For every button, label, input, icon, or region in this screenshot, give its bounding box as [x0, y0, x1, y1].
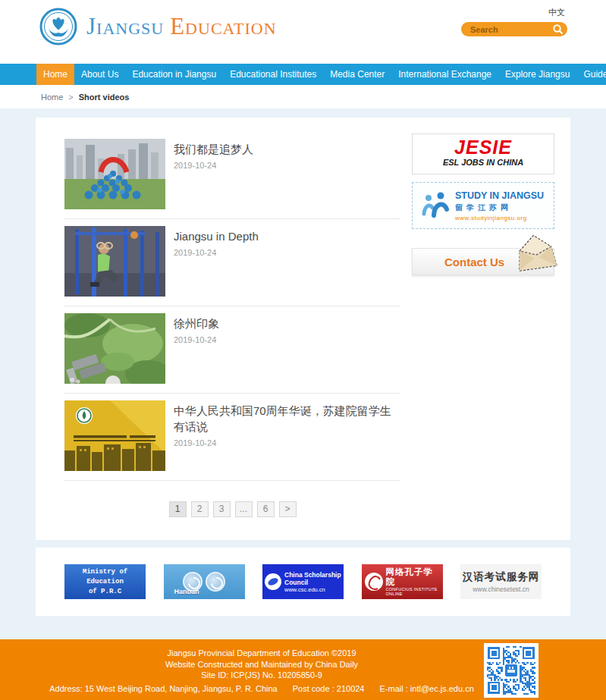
video-date: 2019-10-24 — [174, 335, 219, 344]
footer-email: E-mail : intl@ec.js.edu.cn — [379, 684, 473, 693]
partner-china-scholarship-council[interactable]: China Scholarship Council www.csc.edu.cn — [262, 564, 344, 599]
video-title[interactable]: Jiangsu in Depth — [174, 228, 259, 244]
main-content: 我们都是追梦人 2019-10-24 — [36, 118, 570, 540]
video-date: 2019-10-24 — [174, 438, 400, 447]
main-nav: Home About Us Education in Jiangsu Educa… — [0, 64, 606, 85]
footer-site-id: Site ID: ICP(JS) No. 10205850-9 — [0, 670, 523, 681]
video-list-item[interactable]: 徐州印象 2019-10-24 — [64, 313, 400, 394]
breadcrumb: Home > Short videos — [0, 85, 606, 108]
breadcrumb-home-link[interactable]: Home — [41, 93, 63, 102]
nav-item-about-us[interactable]: About Us — [74, 64, 125, 85]
search-box[interactable] — [461, 22, 567, 36]
nav-item-media-center[interactable]: Media Center — [323, 64, 391, 85]
study-in-jiangsu-title: STUDY IN JIANGSU — [455, 190, 544, 201]
csc-globe-icon — [265, 573, 281, 590]
study-in-jiangsu-logo-icon — [420, 191, 451, 220]
video-title[interactable]: 中华人民共和国70周年华诞，苏建院留学生有话说 — [174, 403, 400, 435]
video-date: 2019-10-24 — [174, 161, 253, 170]
video-date: 2019-10-24 — [174, 248, 259, 257]
page-button-1[interactable]: 1 — [169, 501, 187, 517]
video-thumbnail-dreamchasers[interactable] — [64, 139, 165, 209]
lotus-logo-icon — [39, 8, 77, 46]
footer-maintainer: Website Constructed and Maintained by Ch… — [0, 659, 523, 670]
breadcrumb-separator: > — [68, 93, 73, 102]
nav-item-international-exchange[interactable]: International Exchange — [391, 64, 498, 85]
partner-hanban[interactable]: Hanban — [164, 564, 245, 599]
jesie-caption: ESL JOBS IN CHINA — [413, 158, 554, 167]
nav-item-education-in-jiangsu[interactable]: Education in Jiangsu — [125, 64, 223, 85]
video-list-item[interactable]: 我们都是追梦人 2019-10-24 — [64, 139, 400, 219]
breadcrumb-current: Short videos — [79, 93, 130, 102]
page-button-2[interactable]: 2 — [191, 501, 209, 517]
language-switch-link[interactable]: 中文 — [548, 7, 565, 18]
nav-item-educational-institutes[interactable]: Educational Institutes — [223, 64, 323, 85]
jesie-banner[interactable]: JESIE ESL JOBS IN CHINA — [412, 133, 554, 174]
page-button-3[interactable]: 3 — [213, 501, 231, 517]
partner-links: Ministry of Education of P.R.C Hanban Ch… — [36, 548, 570, 616]
site-logo[interactable]: JiangsuEducation — [39, 8, 277, 46]
partner-ministry-of-education[interactable]: Ministry of Education of P.R.C — [64, 564, 146, 599]
qr-code — [484, 643, 538, 698]
partner-confucius-institute-online[interactable]: 网络孔子学院 CONFUCIUS INSTITUTE ONLINE — [362, 564, 443, 599]
video-list: 我们都是追梦人 2019-10-24 — [64, 118, 400, 540]
nav-item-home[interactable]: Home — [36, 64, 74, 85]
video-thumbnail-xuzhou[interactable] — [64, 313, 165, 384]
nav-item-guide[interactable]: Guide — [576, 64, 606, 85]
video-title[interactable]: 我们都是追梦人 — [174, 141, 253, 157]
video-list-item[interactable]: 中华人民共和国70周年华诞，苏建院留学生有话说 2019-10-24 — [64, 400, 400, 481]
video-thumbnail-jiangsu-in-depth[interactable] — [64, 226, 165, 297]
page-button-6[interactable]: 6 — [257, 501, 275, 517]
footer-address: Address: 15 West Beijing Road, Nanjing, … — [49, 684, 277, 693]
jesie-logo: JESIE — [413, 137, 554, 158]
search-icon[interactable] — [552, 24, 564, 35]
confucius-institute-seal-icon — [365, 573, 383, 591]
site-header: JiangsuEducation 中文 — [0, 0, 606, 64]
footer-postcode: Post code : 210024 — [293, 684, 365, 693]
footer-copyright: Jiangsu Provincial Department of Educati… — [0, 648, 523, 659]
video-title[interactable]: 徐州印象 — [174, 315, 219, 331]
search-input[interactable] — [470, 25, 552, 34]
site-title: JiangsuEducation — [86, 13, 277, 40]
page-next-button[interactable]: > — [279, 501, 297, 517]
video-list-item[interactable]: Jiangsu in Depth 2019-10-24 — [64, 226, 400, 306]
page-footer: Jiangsu Provincial Department of Educati… — [0, 639, 606, 700]
contact-us-button[interactable]: Contact Us — [412, 248, 554, 275]
study-in-jiangsu-subtitle: 留学江苏网 — [455, 202, 544, 213]
video-thumbnail-70th-anniversary[interactable] — [64, 400, 165, 471]
envelope-icon — [511, 232, 561, 272]
page-ellipsis: ... — [235, 501, 253, 517]
hanban-seal-icon — [206, 572, 225, 592]
study-in-jiangsu-url: www.studyinjiangsu.org — [455, 215, 544, 221]
sidebar: JESIE ESL JOBS IN CHINA STUDY IN JIANGSU… — [412, 118, 554, 540]
nav-item-explore-jiangsu[interactable]: Explore Jiangsu — [498, 64, 576, 85]
pagination: 1 2 3 ... 6 > — [64, 501, 400, 517]
study-in-jiangsu-banner[interactable]: STUDY IN JIANGSU 留学江苏网 www.studyinjiangs… — [412, 182, 554, 229]
partner-chinese-test[interactable]: 汉语考试服务网 www.chinesetest.cn — [460, 564, 542, 599]
contact-us-label: Contact Us — [444, 256, 504, 268]
